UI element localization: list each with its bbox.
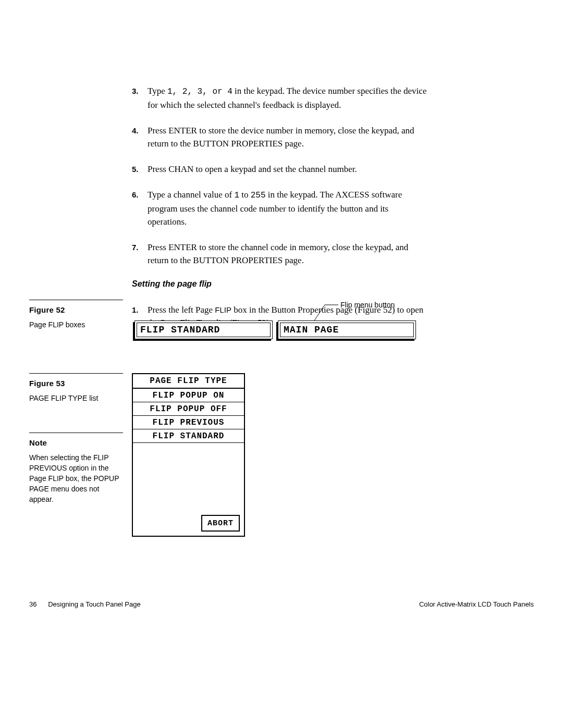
list-item: 5.Press CHAN to open a keypad and set th…: [132, 163, 429, 176]
page-flip-type-header: PAGE FLIP TYPE: [133, 374, 244, 389]
figure53-sidebar: Figure 53 PAGE FLIP TYPE list: [29, 373, 123, 403]
figure52-label: Figure 52: [29, 305, 123, 314]
figure52-sidebar: Figure 52 Page FLIP boxes: [29, 300, 123, 330]
figure53-diagram: PAGE FLIP TYPE FLIP POPUP ONFLIP POPUP O…: [132, 373, 245, 537]
figure52-caption: Page FLIP boxes: [29, 319, 123, 330]
step-text: Press ENTER to store the device number i…: [148, 126, 414, 149]
list-item: 3.Type 1, 2, 3, or 4 in the keypad. The …: [132, 84, 429, 112]
divider: [29, 373, 123, 374]
list-item[interactable]: FLIP POPUP ON: [133, 389, 244, 402]
footer-right: Color Active-Matrix LCD Touch Panels: [419, 600, 534, 608]
step-number: 4.: [132, 124, 139, 137]
figure52-diagram: FLIP STANDARD MAIN PAGE Flip menu button: [132, 315, 424, 362]
page-number: 36: [29, 600, 36, 608]
list-item: 6.Type a channel value of 1 to 255 in th…: [132, 188, 429, 228]
callout-line-icon: [132, 301, 424, 327]
footer-left: 36 Designing a Touch Panel Page: [29, 600, 141, 608]
figure53-label: Figure 53: [29, 379, 123, 388]
note-sidebar: Note When selecting the FLIP PREVIOUS op…: [29, 433, 123, 504]
step-text: Type a channel value of 1 to 255 in the …: [148, 190, 402, 227]
abort-button[interactable]: ABORT: [201, 515, 240, 532]
list-item[interactable]: FLIP STANDARD: [133, 429, 244, 443]
svg-line-1: [314, 305, 325, 320]
figure53-caption: PAGE FLIP TYPE list: [29, 393, 123, 403]
step-text: Press CHAN to open a keypad and set the …: [148, 164, 357, 174]
divider: [29, 300, 123, 300]
list-item: 7.Press ENTER to store the channel code …: [132, 241, 429, 267]
list-item[interactable]: FLIP PREVIOUS: [133, 416, 244, 429]
step-text: Type 1, 2, 3, or 4 in the keypad. The de…: [148, 86, 426, 110]
subheading-setting-page-flip: Setting the page flip: [132, 279, 429, 289]
step-text: Press ENTER to store the channel code in…: [148, 242, 408, 265]
note-text: When selecting the FLIP PREVIOUS option …: [29, 452, 123, 504]
footer-section-title: Designing a Touch Panel Page: [48, 600, 141, 608]
step-number: 5.: [132, 163, 139, 176]
page-flip-type-items: FLIP POPUP ONFLIP POPUP OFFFLIP PREVIOUS…: [133, 389, 244, 443]
step-number: 3.: [132, 84, 139, 97]
list-item: 4.Press ENTER to store the device number…: [132, 124, 429, 150]
list-item[interactable]: FLIP POPUP OFF: [133, 402, 244, 416]
ordered-steps-top: 3.Type 1, 2, 3, or 4 in the keypad. The …: [132, 84, 429, 267]
step-number: 7.: [132, 241, 139, 254]
note-heading: Note: [29, 438, 123, 447]
divider: [29, 433, 123, 433]
step-number: 6.: [132, 188, 139, 201]
page-footer: 36 Designing a Touch Panel Page Color Ac…: [29, 600, 534, 608]
